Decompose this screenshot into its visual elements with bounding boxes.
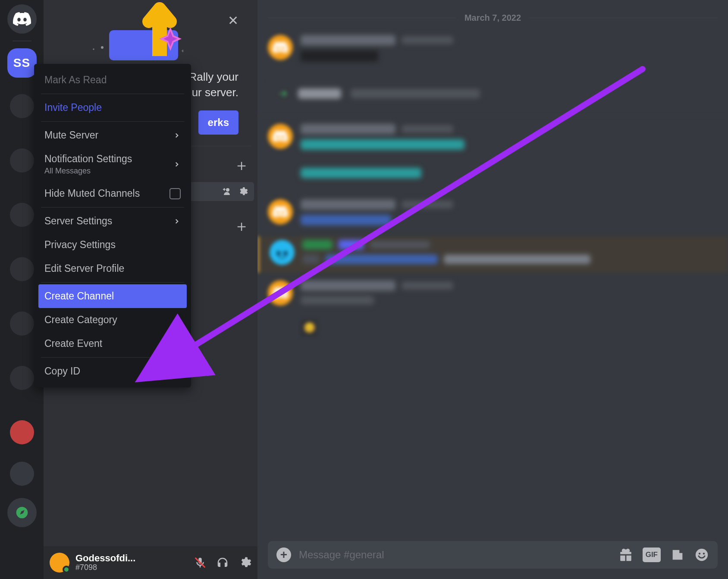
boost-graphic [63,0,183,69]
user-footer: Godessofdi... #7098 [44,546,257,579]
ctx-copy-id[interactable]: Copy ID ID [38,359,187,383]
chat-area: March 7, 2022 [257,0,728,579]
ctx-mark-as-read[interactable]: Mark As Read [38,68,187,92]
svg-point-9 [699,553,700,554]
server-context-menu: Mark As Read Invite People Mute Server N… [34,64,191,387]
chevron-right-icon [173,160,181,168]
home-button[interactable] [7,4,37,34]
chevron-right-icon [173,132,181,139]
username-label: Godessofdi... [75,554,135,563]
ctx-create-event[interactable]: Create Event [38,332,187,356]
sticker-icon[interactable] [670,548,685,562]
mute-mic-icon[interactable] [194,556,207,569]
server-placeholder-3[interactable] [10,203,34,227]
server-placeholder-6[interactable] [10,366,34,390]
boost-perks-button[interactable]: erks [198,110,238,135]
settings-gear-icon[interactable] [238,556,251,569]
ctx-notification-settings[interactable]: Notification SettingsAll Messages [38,147,187,182]
guild-separator [13,41,31,41]
svg-point-7 [678,555,680,557]
avatar[interactable] [50,553,69,573]
message-input[interactable] [299,549,611,561]
svg-point-6 [675,555,677,557]
mention-message [257,236,728,273]
server-placeholder-2[interactable] [10,148,34,173]
message [257,31,728,70]
checkbox-icon [169,188,181,199]
server-placeholder-8[interactable] [10,462,34,486]
user-discriminator: #7098 [75,563,135,572]
gear-icon[interactable] [238,186,248,197]
server-ss[interactable]: SS [7,48,37,78]
server-placeholder-1[interactable] [10,94,34,118]
ctx-hide-muted[interactable]: Hide Muted Channels [38,182,187,205]
gif-icon[interactable]: GIF [643,548,661,562]
message [257,190,728,234]
svg-point-4 [101,46,104,49]
message-input-bar: + GIF [268,541,718,569]
ctx-server-settings[interactable]: Server Settings [38,209,187,233]
ctx-invite-people[interactable]: Invite People [38,96,187,120]
online-status-dot [63,566,70,573]
gift-icon[interactable] [618,548,633,562]
message [257,115,728,187]
create-channel-plus-icon[interactable]: ＋ [234,155,250,176]
date-divider: March 7, 2022 [268,13,718,23]
system-join-message [257,86,728,111]
avatar [268,35,293,60]
svg-point-8 [696,549,708,561]
server-placeholder-7[interactable] [10,420,34,444]
headphones-icon[interactable] [216,556,229,569]
server-placeholder-5[interactable] [10,312,34,336]
explore-servers-button[interactable] [7,498,37,527]
id-badge-icon: ID [170,367,181,376]
invite-icon[interactable] [221,186,232,197]
ctx-create-category[interactable]: Create Category [38,308,187,332]
attach-icon[interactable]: + [276,548,291,562]
ctx-create-channel[interactable]: Create Channel [38,284,187,308]
chevron-right-icon [173,217,181,225]
ctx-mute-server[interactable]: Mute Server [38,123,187,147]
ctx-privacy-settings[interactable]: Privacy Settings [38,233,187,257]
emoji-icon[interactable] [694,548,709,562]
join-arrow-icon [277,88,289,99]
create-channel-plus-icon-2[interactable]: ＋ [234,216,250,237]
message: 😊 [257,273,728,345]
svg-point-10 [703,553,705,554]
ctx-edit-server-profile[interactable]: Edit Server Profile [38,257,187,280]
server-placeholder-4[interactable] [10,257,34,281]
